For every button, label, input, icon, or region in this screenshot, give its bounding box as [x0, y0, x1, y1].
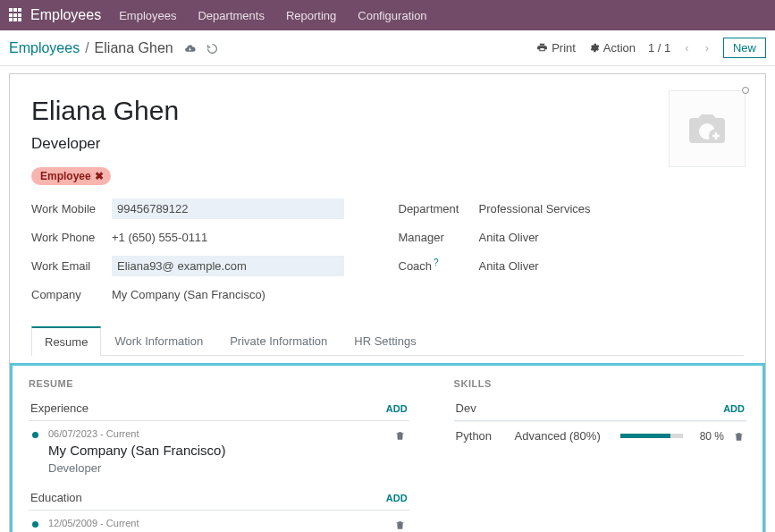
label-department: Department [399, 202, 479, 215]
tab-resume[interactable]: Resume [31, 326, 101, 356]
label-work-mobile: Work Mobile [31, 202, 112, 215]
resume-skills-panel: RESUME Experience ADD 06/07/2023 - Curre… [10, 363, 765, 532]
breadcrumb-root[interactable]: Employees [9, 40, 80, 56]
form-sheet: Eliana Ghen Developer Employee ✖ Work Mo… [9, 73, 766, 532]
employee-name[interactable]: Eliana Ghen [31, 96, 744, 126]
company-value[interactable]: My Company (San Francisco) [112, 284, 265, 305]
action-label: Action [603, 41, 636, 55]
add-experience-button[interactable]: ADD [386, 403, 408, 414]
manager-value[interactable]: Anita Oliver [479, 227, 539, 248]
undo-icon[interactable] [206, 40, 218, 56]
nav-item-employees[interactable]: Employees [119, 9, 176, 22]
resume-item-dates: 12/05/2009 - Current [48, 518, 409, 528]
resume-group-experience: Experience ADD [29, 396, 409, 421]
print-icon [536, 42, 548, 54]
presence-indicator-icon [742, 87, 749, 94]
timeline-bullet-icon [32, 432, 38, 438]
nav-item-configuration[interactable]: Configuration [358, 9, 426, 22]
delete-resume-item-icon[interactable] [394, 428, 406, 442]
pager-count[interactable]: 1 / 1 [648, 41, 670, 55]
control-panel: Employees / Eliana Ghen Print Action 1 /… [0, 30, 775, 66]
coach-value[interactable]: Anita Oliver [479, 256, 539, 276]
skills-group-title: Dev [456, 401, 476, 415]
skills-section-title: SKILLS [454, 378, 746, 389]
tag-employee: Employee ✖ [31, 167, 111, 185]
breadcrumb: Employees / Eliana Ghen [9, 40, 218, 56]
resume-group-education: Education ADD [29, 486, 409, 511]
camera-placeholder-icon [686, 111, 729, 147]
breadcrumb-current: Eliana Ghen [95, 40, 173, 56]
pager-prev-icon[interactable]: ‹ [683, 41, 690, 55]
group-title-experience: Experience [30, 401, 88, 415]
skill-name: Python [456, 429, 506, 443]
tabs: Resume Work Information Private Informat… [31, 326, 744, 356]
resume-item[interactable]: 12/05/2009 - Current Post Graduate [29, 511, 409, 532]
add-skill-button[interactable]: ADD [723, 403, 745, 414]
pager-next-icon[interactable]: › [703, 41, 711, 55]
job-title[interactable]: Developer [31, 135, 744, 153]
skills-group-dev: Dev ADD [454, 396, 746, 421]
resume-section-title: RESUME [29, 378, 409, 389]
timeline-bullet-icon [32, 521, 38, 528]
cloud-save-icon[interactable] [184, 40, 196, 56]
department-value[interactable]: Professional Services [479, 198, 591, 219]
resume-item-dates: 06/07/2023 - Current [48, 428, 409, 439]
resume-item-subtitle: Developer [48, 461, 409, 475]
delete-resume-item-icon[interactable] [394, 518, 406, 531]
print-label: Print [552, 41, 576, 55]
label-coach: Coach? [399, 258, 479, 273]
label-work-email: Work Email [31, 259, 112, 273]
group-title-education: Education [30, 491, 82, 504]
apps-icon[interactable] [9, 8, 23, 22]
skill-progress-bar [620, 434, 683, 438]
label-company: Company [31, 288, 112, 301]
tag-remove-icon[interactable]: ✖ [95, 170, 104, 182]
work-mobile-field[interactable] [112, 198, 344, 219]
action-button[interactable]: Action [588, 41, 636, 55]
label-work-phone: Work Phone [31, 231, 112, 244]
resume-item[interactable]: 06/07/2023 - Current My Company (San Fra… [29, 421, 409, 486]
gear-icon [588, 42, 600, 54]
help-icon[interactable]: ? [434, 258, 439, 267]
tab-hr-settings[interactable]: HR Settings [341, 326, 429, 355]
new-button[interactable]: New [723, 38, 766, 58]
tab-work-information[interactable]: Work Information [101, 326, 216, 355]
tag-label: Employee [40, 170, 91, 182]
app-brand[interactable]: Employees [30, 7, 101, 23]
avatar-upload[interactable] [669, 90, 746, 167]
tags-field[interactable]: Employee ✖ [31, 167, 744, 185]
label-manager: Manager [399, 231, 479, 244]
delete-skill-icon[interactable] [733, 429, 745, 443]
skill-row[interactable]: Python Advanced (80%) 80 % [454, 421, 746, 450]
top-navbar: Employees Employees Departments Reportin… [0, 0, 775, 30]
work-email-field[interactable] [112, 256, 344, 276]
resume-item-title: My Company (San Francisco) [48, 443, 409, 458]
nav-item-reporting[interactable]: Reporting [286, 9, 336, 22]
print-button[interactable]: Print [536, 41, 576, 55]
skill-percent: 80 % [692, 430, 724, 443]
tab-private-information[interactable]: Private Information [216, 326, 341, 355]
work-phone-value[interactable]: +1 (650) 555-0111 [112, 227, 207, 248]
nav-item-departments[interactable]: Departments [198, 9, 264, 22]
breadcrumb-separator: / [85, 40, 88, 56]
skill-level: Advanced (80%) [515, 429, 611, 443]
add-education-button[interactable]: ADD [386, 493, 408, 503]
